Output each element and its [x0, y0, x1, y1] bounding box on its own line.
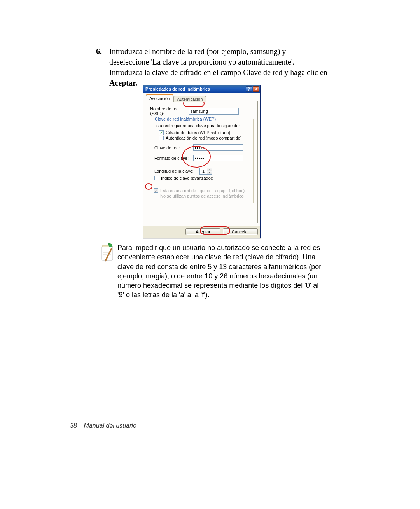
net-auth-checkbox[interactable] — [159, 136, 164, 140]
length-value: 1 — [200, 168, 207, 174]
cancel-label: Cancelar — [232, 229, 249, 234]
ok-label: Aceptar — [196, 229, 210, 234]
wep-legend: Clave de red inalámbrica (WEP) — [154, 117, 217, 121]
close-button[interactable]: × — [253, 86, 259, 92]
check-key-index[interactable]: Indice de clave (avanzado): — [154, 176, 250, 180]
dialog-client: Asociación Autenticación Nombre de red (… — [144, 93, 260, 226]
page: 6. Introduzca el nombre de la red (por e… — [0, 0, 420, 509]
adhoc-row: ✓ Esta es una red de equipo a equipo (ad… — [154, 188, 250, 199]
help-button[interactable]: ? — [246, 86, 252, 92]
step-6: 6. Introduzca el nombre de la red (por e… — [96, 46, 327, 88]
adhoc-rest: sta es una red de equipo a equipo (ad ho… — [160, 188, 246, 198]
ssid-row: Nombre de red (SSID): samsung — [150, 107, 254, 116]
key-label: Clave de red: — [154, 145, 193, 150]
ssid-value: samsung — [191, 109, 208, 114]
length-group: Longitud de la clave: 1 ▲▼ Indice de cla… — [154, 168, 250, 180]
key-input[interactable]: ••••• — [193, 144, 243, 151]
tab-panel-association: Nombre de red (SSID): samsung Clave de r… — [146, 101, 258, 223]
length-row: Longitud de la clave: 1 ▲▼ — [154, 168, 250, 175]
tab-association-label: Asociación — [149, 96, 170, 101]
format-input[interactable]: ••••• — [193, 155, 243, 161]
dialog-button-bar: Aceptar Cancelar — [144, 226, 260, 238]
tab-association[interactable]: Asociación — [146, 95, 173, 102]
page-number: 38 — [70, 422, 77, 429]
format-value: ••••• — [195, 156, 204, 161]
tab-authentication[interactable]: Autenticación — [173, 96, 206, 102]
ssid-input[interactable]: samsung — [189, 108, 239, 115]
key-index-checkbox[interactable] — [154, 176, 159, 180]
format-row: Formato de clave: ••••• — [154, 155, 250, 161]
dialog-title: Propiedades de red inalámbrica — [145, 87, 245, 91]
step-text: Introduzca el nombre de la red (por ejem… — [109, 46, 327, 88]
ssid-label: Nombre de red (SSID): — [150, 107, 189, 116]
footer-label: Manual del usuario — [84, 422, 136, 429]
note-icon — [97, 243, 117, 262]
ok-button[interactable]: Aceptar — [186, 228, 220, 235]
note-block: Para impedir que un usuario no autorizad… — [97, 243, 327, 300]
length-spinner[interactable]: 1 ▲▼ — [200, 168, 212, 175]
adhoc-checkbox: ✓ — [154, 188, 158, 193]
tab-authentication-label: Autenticación — [177, 97, 203, 101]
key-value: ••••• — [195, 145, 204, 150]
close-icon: × — [255, 87, 257, 91]
tab-bar: Asociación Autenticación — [146, 94, 258, 101]
step-text-body: Introduzca el nombre de la red (por ejem… — [109, 47, 327, 77]
spin-down-icon[interactable]: ▼ — [207, 171, 212, 175]
step-number: 6. — [96, 46, 109, 88]
help-icon: ? — [248, 87, 250, 91]
check-net-auth[interactable]: Autenticación de red (modo compartido) — [159, 136, 250, 140]
length-label: Longitud de la clave: — [154, 169, 200, 173]
note-text: Para impedir que un usuario no autorizad… — [117, 243, 327, 300]
format-label: Formato de clave: — [154, 156, 193, 161]
svg-point-8 — [108, 243, 110, 245]
key-group: Clave de red: ••••• Formato de clave: ••… — [154, 144, 250, 161]
wep-intro: Esta red requiere una clave para lo sigu… — [154, 123, 250, 128]
wep-fieldset: Clave de red inalámbrica (WEP) Esta red … — [150, 119, 254, 203]
spinner-arrows[interactable]: ▲▼ — [207, 168, 212, 174]
check-data-cipher[interactable]: ✓ Cifrado de datos (WEP habilitado) — [159, 130, 250, 135]
wireless-properties-dialog: Propiedades de red inalámbrica ? × Asoci… — [143, 85, 261, 238]
key-row: Clave de red: ••••• — [154, 144, 250, 151]
page-footer: 38 Manual del usuario — [70, 422, 136, 429]
spin-up-icon[interactable]: ▲ — [207, 168, 212, 171]
cancel-button[interactable]: Cancelar — [223, 228, 258, 235]
data-cipher-checkbox[interactable]: ✓ — [159, 130, 164, 135]
step-text-bold: Aceptar. — [109, 79, 137, 87]
dialog-titlebar[interactable]: Propiedades de red inalámbrica ? × — [144, 85, 260, 93]
